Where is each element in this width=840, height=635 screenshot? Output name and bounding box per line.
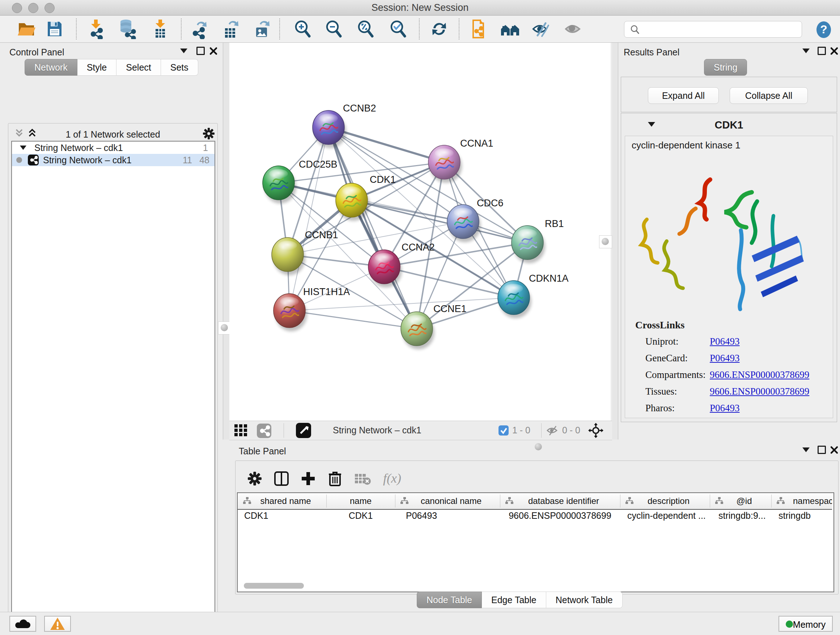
table-cell[interactable]: CDK1 <box>326 510 395 525</box>
crosslink-link[interactable]: P06493 <box>710 353 740 364</box>
network-node[interactable] <box>313 111 346 148</box>
crosslink-link[interactable]: P06493 <box>710 336 740 347</box>
table-panel-close-icon[interactable] <box>830 446 838 454</box>
network-node[interactable] <box>368 250 402 287</box>
function-builder-button[interactable]: f(x) <box>383 468 401 488</box>
first-neighbors-button[interactable] <box>500 19 521 39</box>
network-collection-row[interactable]: String Network – cdk1 1 <box>12 141 215 154</box>
column-header-shared-name[interactable]: shared name <box>238 493 326 510</box>
results-panel-close-icon[interactable] <box>830 47 838 55</box>
network-edge[interactable] <box>289 127 328 310</box>
hide-selected-button[interactable] <box>531 19 552 39</box>
memory-button[interactable]: Memory <box>778 616 833 632</box>
right-splitter[interactable] <box>612 43 618 440</box>
results-panel-menu-caret-icon[interactable] <box>802 49 810 53</box>
warnings-button[interactable] <box>44 616 71 632</box>
right-splitter-handle[interactable] <box>599 235 612 249</box>
column-separator[interactable] <box>326 494 327 508</box>
crosslink-link[interactable]: 9606.ENSP00000378699 <box>710 386 809 397</box>
crosslink-link[interactable]: P06493 <box>710 402 740 414</box>
network-options-gear-icon[interactable] <box>202 127 215 140</box>
grid-view-icon[interactable] <box>234 424 253 437</box>
expand-all-button[interactable]: Expand All <box>648 87 719 104</box>
column-separator[interactable] <box>395 494 395 508</box>
import-table-button[interactable] <box>150 19 171 39</box>
column-header--id[interactable]: @id <box>710 493 771 510</box>
table-cell[interactable]: P06493 <box>395 510 511 525</box>
network-row-selected[interactable]: String Network – cdk1 11 48 <box>12 154 215 166</box>
column-header-name[interactable]: name <box>326 493 395 510</box>
column-separator[interactable] <box>620 494 621 508</box>
table-cell[interactable]: stringdb:9... <box>710 510 780 525</box>
collapse-all-button[interactable]: Collapse All <box>729 87 808 104</box>
delete-table-button[interactable] <box>354 469 372 489</box>
apply-layout-button[interactable] <box>429 19 450 39</box>
tab-node-table[interactable]: Node Table <box>417 592 482 608</box>
table-cell[interactable]: CDK1 <box>238 510 333 525</box>
network-share-icon[interactable] <box>257 424 271 438</box>
import-network-from-database-button[interactable] <box>117 19 138 39</box>
zoom-fit-button[interactable] <box>355 19 376 39</box>
selected-checkbox-icon[interactable] <box>499 425 508 435</box>
column-header-namespace[interactable]: namespace <box>771 493 832 510</box>
control-panel-close-icon[interactable] <box>209 47 218 55</box>
tab-sets[interactable]: Sets <box>161 59 198 76</box>
tab-style[interactable]: Style <box>77 59 117 76</box>
zoom-selected-button[interactable] <box>388 19 409 39</box>
table-cell[interactable]: 9606.ENSP00000378699 <box>500 510 620 525</box>
column-separator[interactable] <box>771 494 772 508</box>
column-separator[interactable] <box>710 494 710 508</box>
network-edge[interactable] <box>384 267 514 298</box>
birdseye-view-icon[interactable] <box>296 423 311 438</box>
search-input[interactable] <box>643 23 797 36</box>
import-network-from-file-button[interactable] <box>86 19 107 39</box>
delete-column-button[interactable] <box>327 469 343 489</box>
network-edge[interactable] <box>289 310 417 329</box>
navigator-crosshair-icon[interactable] <box>588 423 603 438</box>
network-node[interactable] <box>512 226 545 263</box>
results-panel-float-icon[interactable] <box>818 47 826 55</box>
export-table-button[interactable] <box>221 19 242 39</box>
crosslink-link[interactable]: 9606.ENSP00000378699 <box>710 369 809 380</box>
table-panel-menu-caret-icon[interactable] <box>802 448 810 452</box>
left-splitter[interactable] <box>223 43 230 440</box>
control-panel-float-icon[interactable] <box>196 47 205 55</box>
control-panel-menu-caret-icon[interactable] <box>180 49 187 53</box>
table-panel-float-icon[interactable] <box>818 446 826 454</box>
network-node[interactable] <box>428 145 462 183</box>
export-image-button[interactable] <box>252 19 273 39</box>
table-horizontal-scrollbar[interactable] <box>244 583 304 589</box>
results-tab-string[interactable]: String <box>704 59 747 76</box>
network-node[interactable] <box>447 204 481 242</box>
network-node[interactable] <box>263 166 296 203</box>
save-session-button[interactable] <box>44 19 65 39</box>
collection-expand-caret-icon[interactable] <box>20 146 27 150</box>
network-node[interactable] <box>498 280 531 318</box>
column-header-database-identifier[interactable]: database identifier <box>500 493 620 510</box>
column-header-description[interactable]: description <box>620 493 710 510</box>
network-node[interactable] <box>336 183 369 221</box>
zoom-in-button[interactable] <box>292 19 313 39</box>
column-header-canonical-name[interactable]: canonical name <box>395 493 500 510</box>
zoom-out-button[interactable] <box>324 19 344 39</box>
table-options-button[interactable] <box>246 469 263 489</box>
add-column-button[interactable] <box>300 469 317 489</box>
show-all-button[interactable] <box>563 19 584 39</box>
export-network-button[interactable] <box>189 19 210 39</box>
new-network-from-selection-button[interactable] <box>469 19 490 39</box>
table-cell[interactable]: cyclin-dependent ... <box>620 510 717 525</box>
hidden-eye-icon[interactable] <box>546 425 559 436</box>
show-columns-button[interactable] <box>273 469 290 489</box>
open-session-button[interactable] <box>16 19 37 39</box>
tab-edge-table[interactable]: Edge Table <box>482 592 546 608</box>
network-node[interactable] <box>401 312 434 349</box>
tab-network-table[interactable]: Network Table <box>546 592 622 608</box>
help-button[interactable]: ? <box>813 20 834 40</box>
table-cell[interactable]: stringdb <box>771 510 839 525</box>
cloud-status-button[interactable] <box>9 616 36 632</box>
tab-network[interactable]: Network <box>25 59 77 76</box>
network-canvas[interactable]: CCNB2CCNA1CDC25BCDK1CDC6RB1CCNB1CCNA2CDK… <box>229 43 611 421</box>
network-edge[interactable] <box>328 127 417 329</box>
network-node[interactable] <box>273 294 307 331</box>
tab-select[interactable]: Select <box>117 59 161 76</box>
